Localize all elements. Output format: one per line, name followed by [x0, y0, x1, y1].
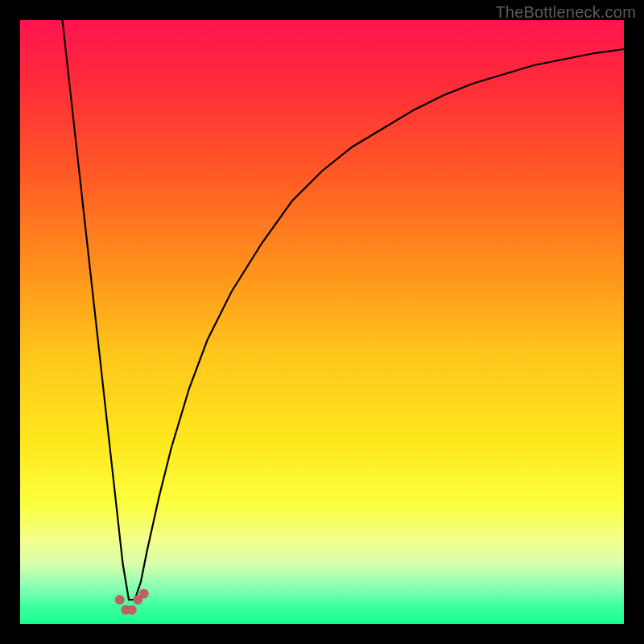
curve-layer — [20, 20, 624, 624]
minimum-marker — [115, 595, 125, 605]
minimum-marker — [127, 605, 137, 615]
plot-area — [20, 20, 624, 624]
minimum-markers — [115, 589, 149, 615]
bottleneck-curve — [63, 20, 625, 600]
watermark-text: TheBottleneck.com — [495, 3, 636, 22]
minimum-marker — [139, 589, 149, 599]
chart-frame: TheBottleneck.com — [0, 0, 644, 644]
